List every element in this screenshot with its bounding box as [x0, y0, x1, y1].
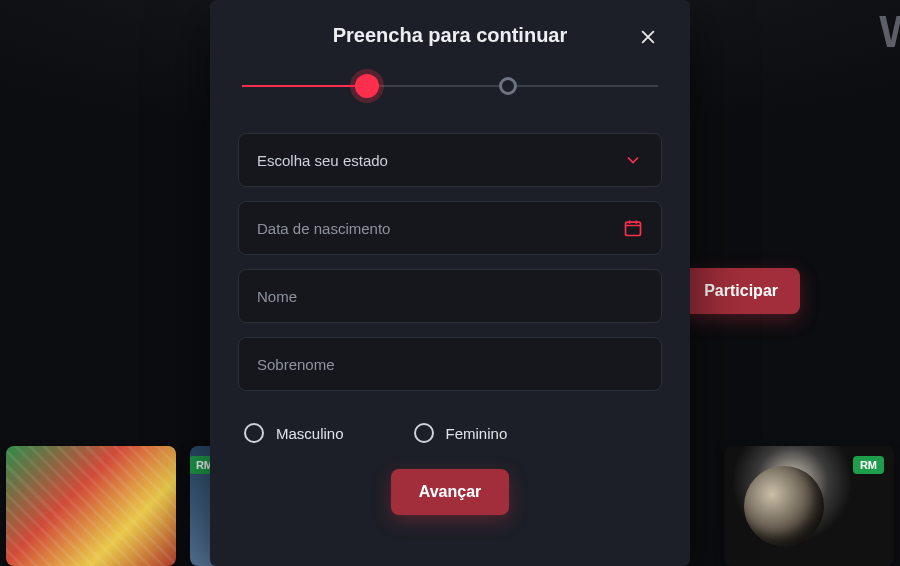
svg-rect-0: [626, 222, 641, 235]
participate-button[interactable]: Participar: [682, 268, 800, 314]
last-name-input[interactable]: [257, 356, 643, 373]
radio-icon: [414, 423, 434, 443]
dob-input[interactable]: [257, 220, 623, 237]
game-thumbnail[interactable]: [6, 446, 176, 566]
close-icon: [638, 27, 658, 47]
step-current-dot: [355, 74, 379, 98]
chevron-down-icon: [623, 150, 643, 170]
radio-icon: [244, 423, 264, 443]
registration-modal: Preencha para continuar Escolha seu esta…: [210, 0, 690, 566]
gender-male-label: Masculino: [276, 425, 344, 442]
first-name-field[interactable]: [238, 269, 662, 323]
gender-female-option[interactable]: Feminino: [414, 423, 508, 443]
close-button[interactable]: [634, 24, 662, 52]
modal-title: Preencha para continuar: [333, 24, 568, 47]
gender-male-option[interactable]: Masculino: [244, 423, 344, 443]
dob-field[interactable]: [238, 201, 662, 255]
advance-button[interactable]: Avançar: [391, 469, 510, 515]
calendar-icon: [623, 218, 643, 238]
state-select-label: Escolha seu estado: [257, 152, 388, 169]
last-name-field[interactable]: [238, 337, 662, 391]
state-select[interactable]: Escolha seu estado: [238, 133, 662, 187]
game-thumbnail[interactable]: RM: [724, 446, 894, 566]
progress-stepper: [242, 73, 658, 99]
step-next-dot: [499, 77, 517, 95]
thumbnail-badge: RM: [853, 456, 884, 474]
first-name-input[interactable]: [257, 288, 643, 305]
gender-female-label: Feminino: [446, 425, 508, 442]
gender-radio-group: Masculino Feminino: [244, 423, 662, 443]
hero-headline-right: WILD ESP: [879, 8, 900, 56]
